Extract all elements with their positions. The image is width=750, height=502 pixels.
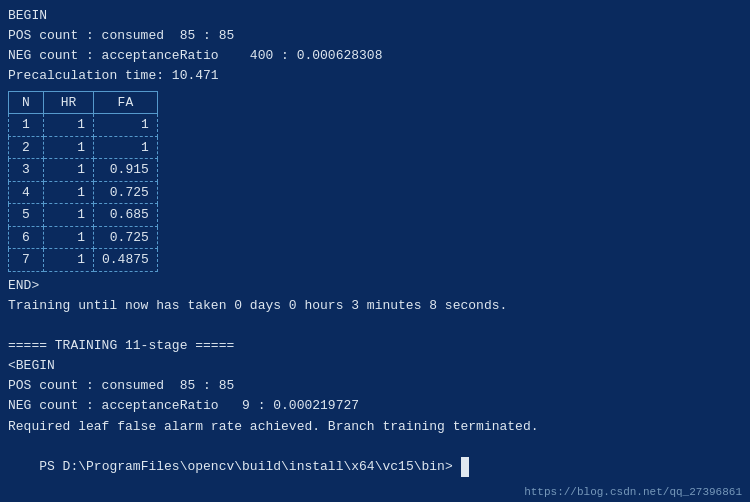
cell-r7-c2: 1 [44,249,94,272]
table-row: 410.725 [9,181,158,204]
ps-prompt-text: PS D:\ProgramFiles\opencv\build\install\… [39,459,460,474]
training-stage-line [8,316,742,336]
cell-r3-c3: 0.915 [94,159,158,182]
cell-r6-c1: 6 [9,226,44,249]
cell-r2-c3: 1 [94,136,158,159]
table-row: 610.725 [9,226,158,249]
end-line: END> [8,276,742,296]
cursor [461,457,469,477]
cell-r4-c1: 4 [9,181,44,204]
cell-r1-c3: 1 [94,114,158,137]
cell-r5-c1: 5 [9,204,44,227]
pos-count-line-2: POS count : consumed 85 : 85 [8,376,742,396]
cell-r4-c2: 1 [44,181,94,204]
cell-r7-c1: 7 [9,249,44,272]
data-table-container: N HR FA 111211310.915410.725510.685610.7… [8,91,742,272]
cell-r2-c1: 2 [9,136,44,159]
table-row: 211 [9,136,158,159]
cell-r1-c1: 1 [9,114,44,137]
cell-r7-c3: 0.4875 [94,249,158,272]
neg-count-line-2: NEG count : acceptanceRatio 9 : 0.000219… [8,396,742,416]
table-header-row: N HR FA [9,91,158,114]
begin-line-1: BEGIN [8,6,742,26]
begin-line-2: <BEGIN [8,356,742,376]
cell-r5-c2: 1 [44,204,94,227]
table-row: 710.4875 [9,249,158,272]
col-header-n: N [9,91,44,114]
training-time-line: Training until now has taken 0 days 0 ho… [8,296,742,316]
leaf-alarm-line: Required leaf false alarm rate achieved.… [8,417,742,437]
cell-r4-c3: 0.725 [94,181,158,204]
neg-count-line-1: NEG count : acceptanceRatio 400 : 0.0006… [8,46,742,66]
cell-r6-c2: 1 [44,226,94,249]
results-table: N HR FA 111211310.915410.725510.685610.7… [8,91,158,272]
col-header-hr: HR [44,91,94,114]
url-bar: https://blog.csdn.net/qq_27396861 [524,486,742,498]
cell-r2-c2: 1 [44,136,94,159]
table-row: 310.915 [9,159,158,182]
cell-r3-c1: 3 [9,159,44,182]
precalc-line: Precalculation time: 10.471 [8,66,742,86]
terminal: BEGIN POS count : consumed 85 : 85 NEG c… [8,6,742,497]
cell-r5-c3: 0.685 [94,204,158,227]
cell-r6-c3: 0.725 [94,226,158,249]
table-row: 510.685 [9,204,158,227]
col-header-fa: FA [94,91,158,114]
pos-count-line-1: POS count : consumed 85 : 85 [8,26,742,46]
cell-r1-c2: 1 [44,114,94,137]
training-stage-label: ===== TRAINING 11-stage ===== [8,336,742,356]
table-row: 111 [9,114,158,137]
cell-r3-c2: 1 [44,159,94,182]
